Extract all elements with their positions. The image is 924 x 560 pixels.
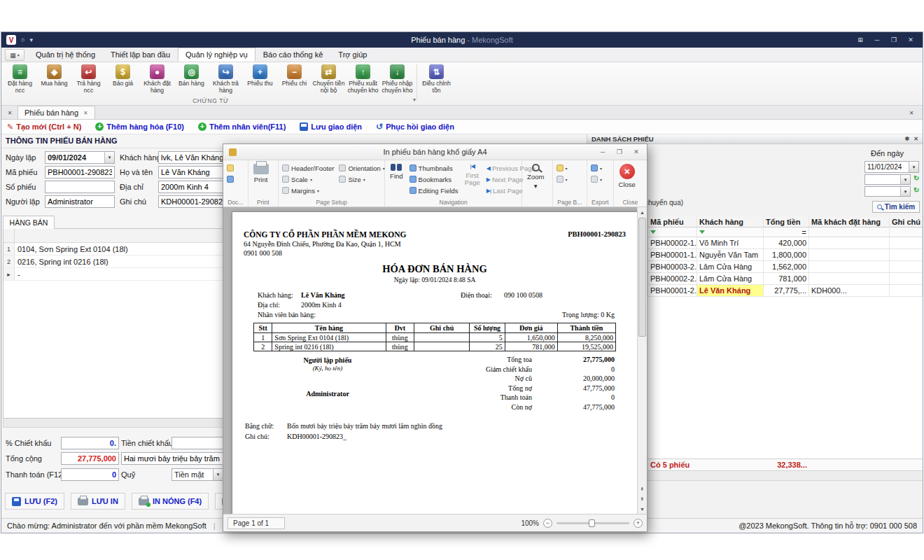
caret-down-icon[interactable]: ▾ [900,175,910,184]
so-phieu-input[interactable] [45,181,115,193]
col-ghi-chu[interactable]: Ghi chú [890,216,923,227]
minimize-icon[interactable]: ─ [869,34,885,46]
ribbon-item-khach-dat-hang[interactable]: ●Khách đặt hàng [140,63,174,98]
tab-quan-tri-he-thong[interactable]: Quản trị hệ thống [28,48,103,62]
tabbar-close-right-icon[interactable]: ✕ [905,106,918,119]
zoom-out-icon[interactable]: − [543,519,552,528]
filter-funnel-icon[interactable] [699,230,705,234]
pin-icon[interactable]: ✱ [905,136,910,142]
ribbon-launcher-icon[interactable]: ▾ [413,97,416,103]
save-layout-button[interactable]: Lưu giao diện [300,122,362,131]
print-button[interactable]: Print [251,162,272,185]
col-tong-tien[interactable]: Tổng tiền [764,216,809,227]
refresh-icon[interactable]: ↻ [913,186,919,194]
ribbon-item-chuyen-tien-noi-bo[interactable]: ⇄Chuyển tiền nội bộ [312,63,346,98]
filter-select-1[interactable]: ▾ [864,174,911,185]
first-page-button[interactable]: |◀ First Page [462,162,483,188]
tab-close-icon[interactable]: ✕ [83,110,88,116]
equals-filter-icon[interactable]: = [802,228,806,237]
scroll-up-icon[interactable]: ▲ [638,207,647,217]
scroll-down-icon[interactable]: ▼ [638,504,647,514]
ribbon-item-ban-hang[interactable]: ◎Bán hàng [174,63,209,98]
close-icon[interactable]: ✕ [903,34,918,46]
dialog-close-icon[interactable]: ✕ [628,146,645,158]
ma-phieu-input[interactable] [45,166,115,178]
new-button[interactable]: ✎Tạo mới (Ctrl + N) [7,122,81,132]
quick-access-circle-icon[interactable]: ○ [21,36,24,43]
zoom-in-icon[interactable]: + [634,519,643,528]
close-preview-button[interactable]: ✕ Close [616,162,638,190]
nguoi-lap-input[interactable] [45,195,115,208]
ribbon-item-bao-gia[interactable]: $Báo giá [106,63,140,98]
save-button[interactable]: LƯU (F2) [5,493,64,510]
find-button[interactable]: Find [387,162,405,181]
ribbon-item-phieu-xuat-chuyen-kho[interactable]: ↑Phiếu xuất chuyển kho [346,63,380,98]
save-print-button[interactable]: LƯU IN [71,493,125,510]
tabbar-close-icon[interactable]: ✕ [4,106,16,119]
quick-access-caret-icon[interactable]: ▾ [29,36,33,43]
caret-down-icon[interactable]: ▾ [909,162,918,172]
layout-icon[interactable]: ⊞ [853,34,868,46]
page-up-icon[interactable]: ⇞ [638,484,647,494]
menu-grid-icon[interactable]: ▦▾ [5,49,24,61]
ribbon-item-dieu-chinh-ton[interactable]: ⇅Điều chỉnh tồn [419,63,454,98]
thumbnails-button[interactable]: Thumbnails [408,163,460,173]
tab-hang-ban[interactable]: HÀNG BÁN [3,216,55,229]
watermark-button[interactable]: ▾ [555,163,569,173]
hot-print-button[interactable]: IN NÓNG (F4) [132,493,209,510]
open-document-button[interactable] [225,163,235,173]
size-button[interactable]: Size▾ [337,174,386,184]
quy-select[interactable]: Tiền mặt ▾ [172,468,223,481]
tab-bao-cao-thong-ke[interactable]: Báo cáo thống kê [255,48,331,62]
add-goods-button[interactable]: +Thêm hàng hóa (F10) [95,122,184,131]
app-logo-icon[interactable]: V [6,35,16,45]
caret-down-icon[interactable]: ▾ [104,152,114,163]
orientation-button[interactable]: Orientation▾ [337,163,386,173]
export-image-button[interactable]: ▾ [589,174,603,184]
close-panel-icon[interactable]: ✕ [913,136,918,142]
col-ma-khach-dat-hang[interactable]: Mã khách đặt hàng [809,216,890,227]
restore-layout-button[interactable]: ↺Phục hồi giao diện [376,122,454,132]
ribbon-item-phieu-chi[interactable]: −Phiếu chi [277,63,312,98]
ribbon-item-tra-hang-ncc[interactable]: ↩Trả hàng ncc [71,63,106,98]
dialog-minimize-icon[interactable]: ─ [594,146,611,158]
refresh-icon[interactable]: ↻ [913,174,919,182]
col-ma-phieu[interactable]: Mã phiếu [648,216,697,227]
tab-tro-giup[interactable]: Trợ giúp [330,48,374,62]
search-button[interactable]: Tìm kiếm [872,201,920,213]
filter-funnel-icon[interactable] [650,230,656,234]
maximize-icon[interactable]: ❐ [886,34,902,46]
zoom-slider-thumb[interactable] [589,519,595,527]
caret-down-icon[interactable]: ▾ [900,187,910,196]
tab-quan-ly-nghiep-vu[interactable]: Quản lý nghiệp vụ [178,48,255,62]
dialog-maximize-icon[interactable]: ❐ [611,146,628,158]
ribbon-item-mua-hang[interactable]: ◆Mua hàng [37,63,71,98]
ngay-lap-input[interactable]: 09/01/2024 ▾ [45,151,115,164]
thanh-toan-input[interactable] [61,468,119,481]
zoom-button[interactable]: Zoom ▾ [524,162,547,192]
export-pdf-button[interactable]: ▾ [589,163,603,173]
header-footer-button[interactable]: Header/Footer [281,163,335,173]
bookmarks-button[interactable]: Bookmarks [408,174,460,184]
page-down-icon[interactable]: ⇟ [638,494,647,504]
zoom-slider[interactable] [556,522,629,524]
ribbon-item-phieu-thu[interactable]: +Phiếu thu [243,63,277,98]
editing-fields-button[interactable]: Editing Fields [408,186,460,195]
col-khach-hang[interactable]: Khách hàng [697,216,764,227]
scale-button[interactable]: Scale▾ [281,174,335,184]
tab-thiet-lap-ban-dau[interactable]: Thiết lập ban đầu [103,48,178,62]
filter-select-2[interactable]: ▾ [864,186,911,197]
caret-down-icon[interactable]: ▾ [213,469,223,480]
ribbon-item-phieu-nhap-chuyen-kho[interactable]: ↓Phiếu nhập chuyển kho [380,63,414,98]
scroll-thumb[interactable] [638,218,646,337]
chiet-khau-input[interactable] [61,437,119,449]
tien-chiet-khau-input[interactable] [172,437,223,449]
document-tab[interactable]: Phiếu bán hàng ✕ [18,106,95,119]
add-employee-button[interactable]: +Thêm nhân viên(F11) [198,122,286,131]
page-color-button[interactable]: ▾ [555,174,569,184]
save-document-button[interactable] [225,174,235,184]
den-ngay-input[interactable]: 11/01/2024 ▾ [864,161,919,173]
margins-button[interactable]: Margins▾ [281,186,335,195]
preview-scrollbar[interactable]: ▲ ⇞ ⇟ ▼ [637,207,647,514]
ribbon-item-dat-hang-ncc[interactable]: ≡Đặt hàng ncc [3,63,37,98]
